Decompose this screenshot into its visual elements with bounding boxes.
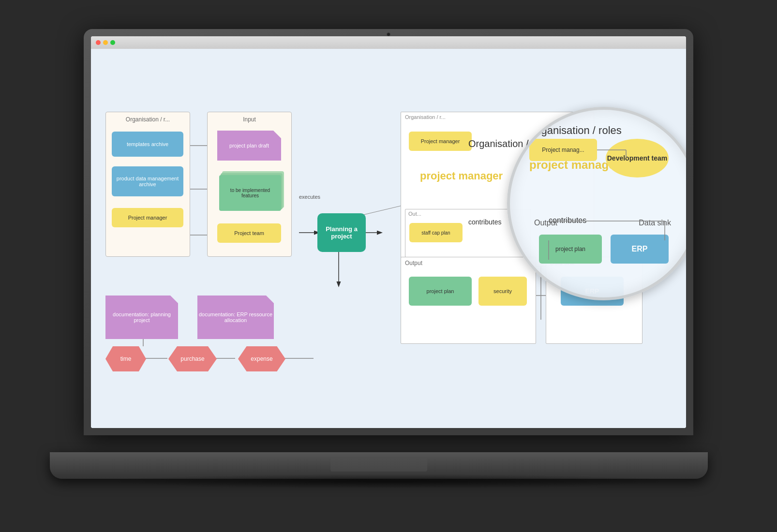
- close-button[interactable]: [96, 40, 101, 45]
- laptop-outer: Organisation / r... templates archive pr…: [84, 29, 693, 435]
- diagram-canvas: Organisation / r... templates archive pr…: [91, 49, 686, 428]
- webcam: [387, 32, 390, 36]
- mag-erp-node: ERP: [611, 235, 669, 264]
- expense-hex-node: expense: [238, 346, 285, 371]
- output-box-container: Output project plan security: [401, 257, 536, 344]
- purchase-hex-node: purchase: [168, 346, 217, 371]
- output-title: Output: [401, 257, 536, 269]
- project-manager-role-text: project manager: [420, 170, 503, 182]
- data-source-container: Organisation / r... templates archive pr…: [105, 112, 190, 257]
- mag-output-label: Output: [534, 219, 557, 227]
- project-manager-ds-node: Project manager: [112, 208, 183, 227]
- doc-planning-node: documentation: planning project: [105, 296, 178, 339]
- input-container: Input project plan draft to be implement…: [207, 112, 292, 257]
- laptop-wrapper: Organisation / r... templates archive pr…: [74, 29, 703, 503]
- time-hex-node: time: [105, 346, 146, 371]
- executes-label: executes: [299, 194, 320, 200]
- contributes-label: contributes: [468, 218, 501, 226]
- security-node: security: [478, 277, 527, 306]
- mag-pm-node: Project manag...: [529, 139, 597, 161]
- laptop-shadow: [98, 474, 679, 488]
- templates-archive-node: templates archive: [112, 132, 183, 157]
- maximize-button[interactable]: [110, 40, 115, 45]
- org-project-manager-node: Project manager: [409, 132, 472, 151]
- input-title: Input: [208, 112, 291, 126]
- minimize-button[interactable]: [103, 40, 108, 45]
- project-team-node: Project team: [217, 223, 281, 243]
- project-plan-draft-node: project plan draft: [217, 131, 281, 161]
- product-data-node: product data management archive: [112, 166, 183, 196]
- staff-cap-node: staff cap plan: [409, 223, 463, 242]
- planning-project-node: Planning a project: [317, 213, 366, 252]
- trackpad[interactable]: [330, 458, 427, 472]
- mag-project-plan-node: project plan: [539, 235, 602, 264]
- mag-data-sink-label: Data sink: [639, 219, 671, 227]
- data-source-title: Organisation / r...: [106, 112, 190, 126]
- mag-dev-team-node: Development team: [606, 139, 669, 177]
- project-plan-output-node: project plan: [409, 277, 472, 306]
- doc-erp-node: documentation: ERP ressource allocation: [197, 296, 274, 339]
- screen-topbar: [91, 36, 686, 49]
- laptop-screen: Organisation / r... templates archive pr…: [91, 36, 686, 428]
- mag-org-title: Organisation / roles: [529, 124, 622, 137]
- to-be-implemented-node: to be implemented features: [219, 175, 281, 211]
